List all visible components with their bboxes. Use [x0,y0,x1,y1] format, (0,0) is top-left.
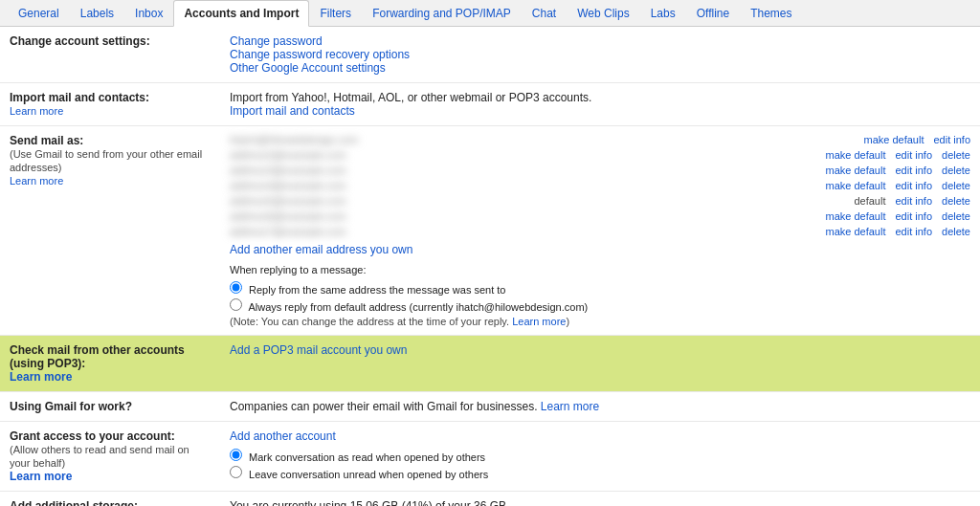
storage-label: Add additional storage: [0,492,220,507]
import-learn-more[interactable]: Learn more [10,105,63,117]
reply-option-1[interactable]: Reply from the same address the message … [230,281,970,296]
gmail-work-content: Companies can power their email with Gma… [220,392,980,422]
make-default-7[interactable]: make default [826,226,886,237]
make-default-2[interactable]: make default [826,149,886,161]
tab-forwarding[interactable]: Forwarding and POP/IMAP [362,0,522,27]
tab-general[interactable]: General [8,0,70,27]
delete-4[interactable]: delete [942,180,970,191]
settings-content: Change account settings: Change password… [0,27,980,506]
make-default-3[interactable]: make default [826,165,886,176]
reply-options: Reply from the same address the message … [230,281,970,313]
change-account-label: Change account settings: [0,27,220,83]
make-default-4[interactable]: make default [826,180,886,191]
google-account-link[interactable]: Other Google Account settings [230,61,386,75]
grant-radio-2[interactable] [230,466,242,478]
reply-title: When replying to a message: [230,264,970,275]
gmail-work-row: Using Gmail for work? Companies can powe… [0,392,980,422]
reply-section: When replying to a message: Reply from t… [230,264,970,327]
edit-info-4[interactable]: edit info [895,180,932,191]
tab-labs[interactable]: Labs [640,0,686,27]
change-recovery-link[interactable]: Change password recovery options [230,48,410,61]
email-row-5: address5@example.com default edit info d… [230,195,970,207]
email-actions-1: make default edit info [863,134,970,145]
reply-radio-1[interactable] [230,281,242,294]
email-addr-1: ihatch@hilowebdesign.com [230,134,854,145]
import-label: Import mail and contacts: Learn more [0,83,220,126]
tab-webclips[interactable]: Web Clips [567,0,639,27]
email-addr-3: address3@example.com [230,165,816,176]
edit-info-1[interactable]: edit info [933,134,970,145]
email-row-2: address2@example.com make default edit i… [230,149,970,161]
change-account-row: Change account settings: Change password… [0,27,980,83]
email-row-4: address4@example.com make default edit i… [230,180,970,191]
change-account-content: Change password Change password recovery… [220,27,980,83]
delete-2[interactable]: delete [942,149,970,161]
grant-access-label: Grant access to your account: (Allow oth… [0,422,220,492]
email-row-1: ihatch@hilowebdesign.com make default ed… [230,134,970,145]
add-pop3-link[interactable]: Add a POP3 mail account you own [230,343,407,357]
edit-info-3[interactable]: edit info [895,165,932,176]
grant-access-content: Add another account Mark conversation as… [220,422,980,492]
import-content: Import from Yahoo!, Hotmail, AOL, or oth… [220,83,980,126]
email-addr-4: address4@example.com [230,180,816,191]
edit-info-6[interactable]: edit info [895,210,932,222]
tab-themes[interactable]: Themes [740,0,802,27]
check-mail-label: Check mail from other accounts (using PO… [0,336,220,392]
add-email-link[interactable]: Add another email address you own [230,243,412,256]
reply-radio-2[interactable] [230,298,242,311]
import-row: Import mail and contacts: Learn more Imp… [0,83,980,126]
storage-row: Add additional storage: You are currentl… [0,492,980,507]
storage-content: You are currently using 15.06 GB (41%) o… [220,492,980,507]
settings-nav: General Labels Inbox Accounts and Import… [0,0,980,27]
delete-7[interactable]: delete [942,226,970,237]
send-mail-label: Send mail as: (Use Gmail to send from yo… [0,126,220,336]
email-actions-7: make default edit info delete [826,226,971,237]
email-row-6: address6@example.com make default edit i… [230,210,970,222]
add-account-link[interactable]: Add another account [230,429,336,443]
email-row-7: address7@example.com make default edit i… [230,226,970,237]
check-mail-row: Check mail from other accounts (using PO… [0,336,980,392]
email-actions-4: make default edit info delete [826,180,971,191]
tab-filters[interactable]: Filters [309,0,362,27]
email-actions-2: make default edit info delete [826,149,971,161]
send-mail-row: Send mail as: (Use Gmail to send from yo… [0,126,980,336]
delete-3[interactable]: delete [942,165,970,176]
email-addr-2: address2@example.com [230,149,816,161]
tab-inbox[interactable]: Inbox [124,0,173,27]
reply-option-2[interactable]: Always reply from default address (curre… [230,298,970,313]
grant-access-learn-more[interactable]: Learn more [10,470,72,483]
grant-radio-1[interactable] [230,449,242,461]
gmail-work-label: Using Gmail for work? [0,392,220,422]
reply-note: (Note: You can change the address at the… [230,316,970,327]
grant-access-options: Mark conversation as read when opened by… [230,449,970,480]
send-mail-content: ihatch@hilowebdesign.com make default ed… [220,126,980,336]
import-mail-link[interactable]: Import mail and contacts [230,104,355,118]
check-mail-content: Add a POP3 mail account you own [220,336,980,392]
tab-offline[interactable]: Offline [686,0,740,27]
grant-option-2[interactable]: Leave conversation unread when opened by… [230,466,970,480]
email-actions-3: make default edit info delete [826,165,971,176]
edit-info-5[interactable]: edit info [895,195,932,207]
email-addr-7: address7@example.com [230,226,816,237]
email-addr-6: address6@example.com [230,210,816,222]
tab-accounts[interactable]: Accounts and Import [173,0,309,27]
email-actions-5: default edit info delete [854,195,970,207]
grant-access-row: Grant access to your account: (Allow oth… [0,422,980,492]
edit-info-7[interactable]: edit info [895,226,932,237]
tab-labels[interactable]: Labels [70,0,124,27]
edit-info-2[interactable]: edit info [895,149,932,161]
grant-option-1[interactable]: Mark conversation as read when opened by… [230,449,970,463]
delete-6[interactable]: delete [942,210,970,222]
check-mail-learn-more[interactable]: Learn more [10,370,72,384]
tab-chat[interactable]: Chat [522,0,567,27]
make-default-1[interactable]: make default [863,134,924,145]
make-default-6[interactable]: make default [826,210,886,222]
email-addr-5: address5@example.com [230,195,844,207]
email-actions-6: make default edit info delete [826,210,971,222]
change-password-link[interactable]: Change password [230,34,323,48]
send-mail-learn-more[interactable]: Learn more [10,175,63,187]
gmail-work-learn-more[interactable]: Learn more [541,400,599,413]
reply-learn-more[interactable]: Learn more [512,316,566,327]
delete-5[interactable]: delete [942,195,970,207]
email-row-3: address3@example.com make default edit i… [230,165,970,176]
